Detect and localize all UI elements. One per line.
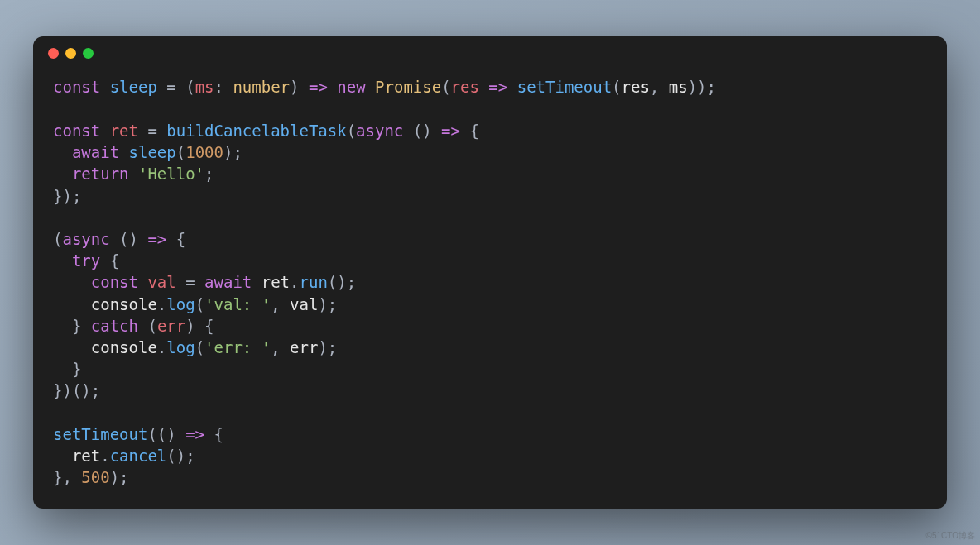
arrow: =>	[185, 425, 204, 443]
ident-sleep: sleep	[110, 78, 157, 96]
obj-ret: ret	[262, 273, 290, 291]
punct: (	[347, 122, 356, 140]
punct: ;	[204, 165, 214, 183]
space	[129, 165, 138, 183]
keyword-const: const	[91, 273, 138, 291]
fn-buildcancelabletask: buildCancelableTask	[166, 122, 346, 140]
punct: );	[223, 143, 243, 161]
obj-console: console	[91, 295, 157, 313]
punct: ;	[707, 78, 716, 96]
arg-val: val	[290, 295, 318, 313]
punct: =	[138, 122, 166, 140]
space	[366, 78, 375, 96]
indent	[53, 360, 72, 378]
keyword-await: await	[204, 273, 252, 291]
param-err: err	[157, 317, 185, 335]
watermark: ©51CTO博客	[926, 530, 975, 542]
punct: {	[166, 230, 185, 248]
punct: ) {	[185, 317, 214, 335]
close-icon[interactable]	[48, 48, 59, 59]
punct: :	[214, 78, 233, 96]
keyword-new: new	[337, 78, 365, 96]
string-hello: 'Hello'	[138, 165, 204, 183]
punct: ();	[328, 273, 356, 291]
punct: });	[53, 187, 81, 205]
keyword-try: try	[72, 251, 100, 270]
string-val: 'val: '	[204, 295, 271, 313]
param-res: res	[451, 78, 479, 96]
punct: .	[100, 447, 109, 465]
indent	[53, 338, 91, 356]
punct: (	[441, 78, 450, 96]
punct: ()	[403, 122, 441, 140]
arrow: =>	[479, 78, 517, 96]
keyword-const: const	[53, 78, 100, 96]
num-500: 500	[81, 468, 109, 486]
ident-ret: ret	[110, 122, 138, 140]
method-log: log	[166, 338, 195, 356]
punct: })();	[53, 381, 100, 399]
method-log: log	[166, 295, 195, 313]
keyword-async: async	[62, 230, 109, 248]
indent	[53, 143, 72, 161]
keyword-catch: catch	[91, 317, 138, 335]
keyword-return: return	[72, 165, 129, 183]
indent	[53, 295, 91, 313]
punct: .	[157, 338, 166, 356]
punct: )	[290, 78, 299, 96]
punct: ()	[157, 425, 185, 443]
keyword-const: const	[53, 122, 100, 140]
code-block: const sleep = (ms: number) => new Promis…	[53, 76, 927, 488]
arg-err: err	[290, 338, 318, 356]
punct: {	[460, 122, 479, 140]
fn-sleep: sleep	[129, 143, 176, 161]
punct: (	[195, 295, 204, 313]
punct: },	[53, 468, 81, 486]
code-window: const sleep = (ms: number) => new Promis…	[33, 36, 947, 508]
type-number: number	[233, 78, 290, 96]
indent	[53, 251, 72, 270]
code-area: const sleep = (ms: number) => new Promis…	[33, 69, 947, 508]
punct: (	[612, 78, 621, 96]
method-run: run	[300, 273, 328, 291]
zoom-icon[interactable]	[83, 48, 94, 59]
punct: ()	[110, 230, 148, 248]
window-titlebar	[33, 36, 947, 69]
space	[119, 143, 128, 161]
indent	[53, 165, 72, 183]
punct: }	[72, 360, 81, 378]
punct: );	[110, 468, 129, 486]
punct: (	[195, 338, 204, 356]
ident-val: val	[147, 273, 175, 291]
punct: );	[318, 295, 337, 313]
punct: (	[176, 143, 185, 161]
punct: (	[185, 78, 195, 96]
punct: ,	[271, 338, 290, 356]
method-cancel: cancel	[110, 447, 167, 465]
punct: );	[318, 338, 337, 356]
num-1000: 1000	[185, 143, 223, 161]
punct: .	[290, 273, 299, 291]
keyword-await: await	[72, 143, 119, 161]
fn-settimeout: setTimeout	[517, 78, 612, 96]
punct: {	[204, 425, 223, 443]
space	[252, 273, 261, 291]
arrow: =>	[300, 78, 338, 96]
keyword-async: async	[356, 122, 403, 140]
punct: {	[100, 251, 119, 270]
minimize-icon[interactable]	[65, 48, 76, 59]
punct: }	[72, 317, 91, 335]
arrow: =>	[147, 230, 166, 248]
string-err: 'err: '	[204, 338, 271, 356]
punct: .	[157, 295, 166, 313]
punct: ();	[166, 447, 195, 465]
arg-res: res	[622, 78, 650, 96]
punct: =	[157, 78, 185, 96]
indent	[53, 317, 72, 335]
punct: )	[688, 78, 697, 96]
arrow: =>	[441, 122, 460, 140]
indent	[53, 447, 72, 465]
indent	[53, 273, 91, 291]
param-ms: ms	[195, 78, 214, 96]
punct: =	[176, 273, 204, 291]
